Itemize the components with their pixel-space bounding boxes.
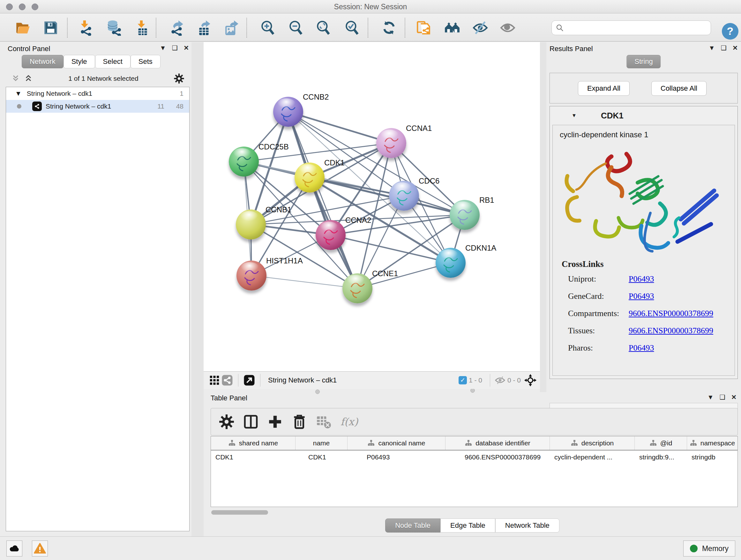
warning-icon[interactable] (32, 541, 48, 557)
cell-database-identifier[interactable]: 9606.ENSP00000378699 (446, 450, 550, 464)
node-HIST1H1A[interactable] (237, 260, 266, 291)
open-session-icon[interactable] (14, 19, 31, 37)
float-panel-icon[interactable]: ❑ (172, 44, 178, 52)
right-splitter[interactable] (540, 42, 546, 392)
float-panel-icon[interactable]: ❑ (720, 393, 725, 401)
node-CDC6[interactable] (389, 181, 419, 211)
export-table-icon[interactable] (196, 19, 213, 37)
column-header-id[interactable]: @id (635, 436, 687, 450)
save-session-icon[interactable] (42, 19, 59, 37)
network-selected-status: 1 of 1 Network selected (33, 75, 174, 82)
duplicate-network-icon[interactable] (415, 19, 432, 37)
close-panel-icon[interactable]: ✕ (731, 393, 737, 401)
network-edges[interactable] (204, 42, 540, 371)
section-collapse-icon[interactable]: ▼ (571, 113, 577, 118)
node-CCNA1[interactable] (376, 128, 406, 158)
crosslink-label: Pharos: (568, 343, 629, 353)
import-network-icon[interactable] (77, 19, 94, 37)
zoom-fit-icon[interactable] (315, 19, 332, 37)
node-CCNB2[interactable] (273, 97, 303, 127)
close-panel-icon[interactable]: ✕ (184, 44, 189, 52)
hide-selected-icon[interactable] (472, 19, 489, 37)
zoom-selected-icon[interactable] (343, 19, 360, 37)
function-builder-icon[interactable]: f(x) (340, 416, 358, 428)
crosslink-pharos[interactable]: P06493 (629, 343, 654, 353)
expand-all-icon[interactable] (23, 74, 33, 83)
network-row-selected[interactable]: String Network – cdk1 11 48 (6, 100, 189, 113)
zoom-out-icon[interactable] (287, 19, 305, 37)
memory-button[interactable]: Memory (683, 541, 735, 557)
import-table-icon[interactable] (133, 19, 151, 37)
crosslink-uniprot[interactable]: P06493 (629, 274, 654, 284)
column-header-name[interactable]: name (295, 436, 347, 450)
column-header-canonical-name[interactable]: canonical name (347, 436, 446, 450)
collapse-all-button[interactable]: Collapse All (651, 81, 706, 96)
left-splitter[interactable] (192, 42, 204, 537)
crosslink-compartments[interactable]: 9606.ENSP00000378699 (629, 309, 713, 318)
node-CCNE1[interactable] (342, 273, 373, 303)
node-RB1[interactable] (450, 200, 480, 230)
delete-column-icon[interactable] (291, 413, 308, 430)
table-settings-icon[interactable] (218, 413, 235, 430)
gene-section-header[interactable]: ▼ CDK1 (550, 106, 738, 125)
tab-sets[interactable]: Sets (131, 55, 160, 68)
network-collection-row[interactable]: ▼ String Network – cdk1 1 (6, 87, 189, 100)
collapse-all-icon[interactable] (11, 74, 20, 83)
cell-shared-name[interactable]: CDK1 (211, 450, 295, 464)
add-column-icon[interactable] (266, 413, 284, 430)
float-panel-icon[interactable]: ❑ (721, 44, 727, 52)
column-header-database-identifier[interactable]: database identifier (446, 436, 550, 450)
open-in-window-icon[interactable] (243, 374, 256, 387)
fit-content-icon[interactable] (524, 374, 537, 387)
show-columns-icon[interactable] (242, 413, 259, 430)
tab-edge-table[interactable]: Edge Table (441, 518, 495, 533)
tab-select[interactable]: Select (95, 55, 131, 68)
column-header-description[interactable]: description (550, 436, 635, 450)
column-header-shared-name[interactable]: shared name (211, 436, 295, 450)
tab-string[interactable]: String (626, 55, 661, 68)
tab-network[interactable]: Network (22, 55, 64, 68)
panel-menu-icon[interactable]: ▼ (709, 44, 715, 52)
panel-menu-icon[interactable]: ▼ (160, 44, 166, 52)
help-icon[interactable]: ? (722, 23, 738, 40)
close-panel-icon[interactable]: ✕ (732, 44, 738, 52)
column-header-namespace[interactable]: namespace (687, 436, 738, 450)
show-all-icon[interactable] (499, 19, 516, 37)
node-CDKN1A[interactable] (435, 248, 466, 278)
expand-all-button[interactable]: Expand All (578, 81, 630, 96)
tab-style[interactable]: Style (64, 55, 95, 68)
cell-canonical-name[interactable]: P06493 (347, 450, 446, 464)
delete-table-icon[interactable] (315, 413, 332, 430)
hidden-eye-icon[interactable] (495, 375, 506, 386)
panel-menu-icon[interactable]: ▼ (708, 394, 714, 401)
tab-network-table[interactable]: Network Table (495, 518, 559, 533)
node-CDK1[interactable] (294, 163, 325, 192)
export-image-icon[interactable] (223, 19, 241, 37)
search-input[interactable] (564, 24, 704, 32)
cell-namespace[interactable]: stringdb (687, 450, 738, 464)
crosslink-tissues[interactable]: 9606.ENSP00000378699 (629, 326, 713, 335)
node-CDC25B[interactable] (229, 146, 259, 177)
collection-expand-icon[interactable]: ▼ (15, 90, 22, 98)
zoom-in-icon[interactable] (259, 19, 276, 37)
export-network-icon[interactable] (169, 19, 186, 37)
import-database-icon[interactable] (105, 19, 122, 37)
gear-icon[interactable] (174, 73, 185, 84)
node-CCNA2[interactable] (316, 220, 346, 250)
cell-id[interactable]: stringdb:9... (635, 450, 687, 464)
table-row[interactable]: CDK1 CDK1 P06493 9606.ENSP00000378699 cy… (211, 450, 738, 464)
node-CCNB1[interactable] (236, 209, 266, 240)
refresh-icon[interactable] (381, 19, 398, 37)
network-share-icon[interactable] (221, 374, 233, 387)
network-canvas[interactable]: CCNB2CCNA1CDC25BCDK1CDC6RB1CCNB1CCNA2CDK… (204, 42, 540, 371)
birdseye-view-icon[interactable] (208, 374, 221, 387)
selected-nodes-checkbox[interactable]: ✓ (459, 376, 467, 384)
network-node-count: 11 (157, 103, 164, 110)
tab-node-table[interactable]: Node Table (385, 518, 441, 533)
cell-description[interactable]: cyclin-dependent ... (550, 450, 635, 464)
crosslink-genecard[interactable]: P06493 (629, 292, 654, 301)
cell-name[interactable]: CDK1 (295, 450, 347, 464)
table-hscrollbar-thumb[interactable] (211, 510, 268, 515)
cloud-icon[interactable] (6, 541, 22, 557)
home-icon[interactable] (444, 19, 461, 37)
